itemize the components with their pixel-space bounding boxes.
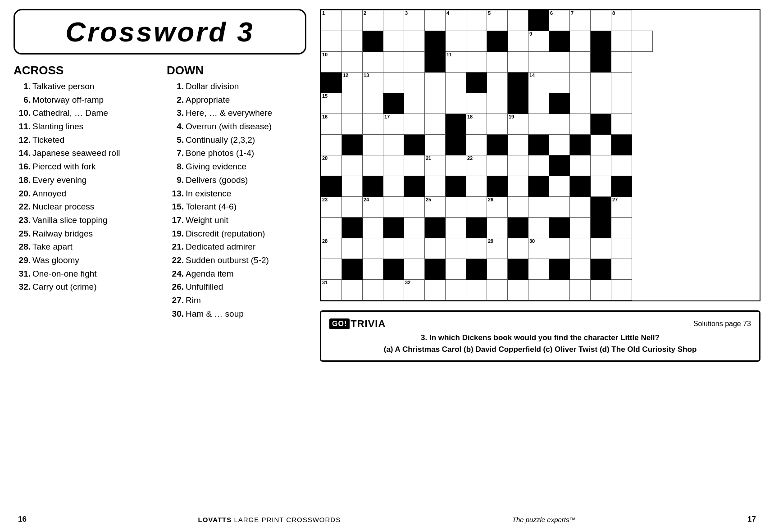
grid-cell[interactable]: 29 — [487, 238, 508, 259]
grid-cell[interactable] — [508, 238, 528, 259]
grid-cell[interactable] — [425, 10, 446, 31]
grid-cell[interactable]: 1 — [321, 10, 342, 31]
grid-cell[interactable]: 4 — [446, 10, 466, 31]
grid-cell[interactable]: 27 — [611, 197, 632, 218]
grid-cell[interactable] — [611, 238, 632, 259]
grid-cell[interactable] — [425, 73, 446, 93]
grid-cell[interactable]: 28 — [321, 238, 342, 259]
grid-cell[interactable] — [342, 176, 363, 197]
grid-cell[interactable]: 32 — [404, 280, 425, 300]
grid-cell[interactable] — [404, 197, 425, 218]
grid-cell[interactable] — [383, 73, 404, 93]
grid-cell[interactable]: 26 — [487, 197, 508, 218]
grid-cell[interactable] — [404, 114, 425, 135]
grid-cell[interactable] — [508, 197, 528, 218]
grid-cell[interactable] — [466, 52, 487, 73]
grid-cell[interactable] — [570, 155, 591, 176]
grid-cell[interactable] — [466, 176, 487, 197]
grid-cell[interactable] — [363, 114, 383, 135]
grid-cell[interactable] — [383, 135, 404, 155]
grid-cell[interactable]: 9 — [528, 31, 549, 52]
grid-cell[interactable] — [549, 52, 570, 73]
grid-cell[interactable] — [528, 218, 549, 238]
grid-cell[interactable]: 16 — [321, 114, 342, 135]
grid-cell[interactable] — [508, 31, 528, 52]
grid-cell[interactable] — [342, 238, 363, 259]
grid-cell[interactable] — [425, 238, 446, 259]
grid-cell[interactable] — [549, 197, 570, 218]
grid-cell[interactable] — [383, 52, 404, 73]
grid-cell[interactable] — [570, 218, 591, 238]
grid-cell[interactable] — [611, 93, 632, 114]
grid-cell[interactable] — [570, 238, 591, 259]
grid-cell[interactable] — [570, 31, 591, 52]
grid-cell[interactable] — [425, 135, 446, 155]
grid-cell[interactable] — [528, 155, 549, 176]
grid-cell[interactable] — [425, 176, 446, 197]
grid-cell[interactable] — [446, 73, 466, 93]
grid-cell[interactable] — [487, 280, 508, 300]
grid-cell[interactable] — [591, 10, 611, 31]
grid-cell[interactable] — [611, 218, 632, 238]
grid-cell[interactable]: 5 — [487, 10, 508, 31]
grid-cell[interactable] — [342, 197, 363, 218]
grid-cell[interactable] — [342, 10, 363, 31]
grid-cell[interactable] — [363, 135, 383, 155]
grid-cell[interactable] — [404, 31, 425, 52]
grid-cell[interactable] — [570, 73, 591, 93]
grid-cell[interactable]: 15 — [321, 93, 342, 114]
grid-cell[interactable] — [446, 218, 466, 238]
grid-cell[interactable] — [487, 259, 508, 280]
grid-cell[interactable] — [611, 73, 632, 93]
grid-cell[interactable] — [321, 31, 342, 52]
grid-cell[interactable] — [363, 155, 383, 176]
grid-cell[interactable] — [611, 280, 632, 300]
grid-cell[interactable] — [466, 93, 487, 114]
grid-cell[interactable]: 6 — [549, 10, 570, 31]
grid-cell[interactable] — [425, 114, 446, 135]
grid-cell[interactable]: 13 — [363, 73, 383, 93]
grid-cell[interactable] — [487, 218, 508, 238]
grid-cell[interactable] — [570, 52, 591, 73]
grid-cell[interactable] — [466, 31, 487, 52]
grid-cell[interactable] — [404, 218, 425, 238]
grid-cell[interactable] — [425, 93, 446, 114]
grid-cell[interactable] — [611, 155, 632, 176]
grid-cell[interactable] — [549, 114, 570, 135]
grid-cell[interactable] — [446, 280, 466, 300]
grid-cell[interactable]: 22 — [466, 155, 487, 176]
grid-cell[interactable] — [383, 176, 404, 197]
grid-cell[interactable] — [528, 259, 549, 280]
grid-cell[interactable] — [404, 238, 425, 259]
grid-cell[interactable]: 11 — [446, 52, 466, 73]
grid-cell[interactable]: 8 — [611, 10, 632, 31]
grid-cell[interactable] — [383, 10, 404, 31]
grid-cell[interactable] — [404, 73, 425, 93]
grid-cell[interactable]: 31 — [321, 280, 342, 300]
grid-cell[interactable] — [611, 31, 632, 52]
grid-cell[interactable] — [383, 155, 404, 176]
grid-cell[interactable]: 24 — [363, 197, 383, 218]
grid-cell[interactable] — [591, 238, 611, 259]
grid-cell[interactable]: 17 — [383, 114, 404, 135]
grid-cell[interactable]: 3 — [404, 10, 425, 31]
grid-cell[interactable] — [404, 259, 425, 280]
grid-cell[interactable] — [446, 259, 466, 280]
grid-cell[interactable] — [549, 238, 570, 259]
grid-cell[interactable] — [487, 93, 508, 114]
grid-cell[interactable]: 10 — [321, 52, 342, 73]
grid-cell[interactable] — [508, 176, 528, 197]
grid-cell[interactable] — [591, 155, 611, 176]
grid-cell[interactable] — [446, 197, 466, 218]
grid-cell[interactable] — [425, 280, 446, 300]
grid-cell[interactable] — [570, 259, 591, 280]
grid-cell[interactable]: 19 — [508, 114, 528, 135]
grid-cell[interactable] — [466, 238, 487, 259]
grid-cell[interactable] — [570, 280, 591, 300]
grid-cell[interactable] — [487, 52, 508, 73]
grid-cell[interactable] — [528, 114, 549, 135]
grid-cell[interactable] — [549, 280, 570, 300]
grid-cell[interactable] — [404, 93, 425, 114]
grid-cell[interactable]: 30 — [528, 238, 549, 259]
grid-cell[interactable] — [466, 197, 487, 218]
